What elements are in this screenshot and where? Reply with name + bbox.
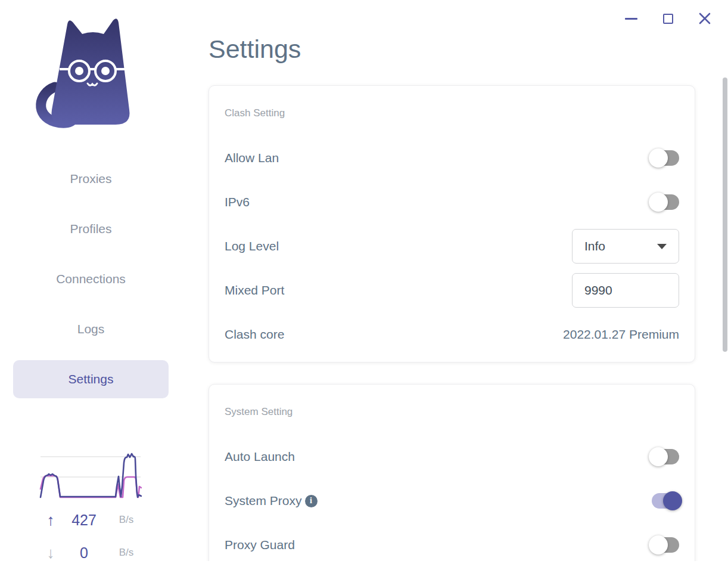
page-title: Settings (209, 35, 301, 64)
close-icon[interactable] (698, 11, 711, 26)
proxy-guard-toggle[interactable] (652, 537, 679, 553)
system-proxy-row: System Proxy (225, 479, 679, 523)
system-proxy-toggle[interactable] (652, 493, 679, 509)
allow-lan-toggle[interactable] (652, 150, 679, 166)
section-label: System Setting (225, 406, 679, 420)
app-window: Proxies Profiles Connections Logs Settin… (0, 0, 728, 570)
sidebar-item-label: Connections (56, 272, 126, 286)
download-speed-value: 0 (61, 543, 107, 563)
proxy-guard-row: Proxy Guard (225, 523, 679, 567)
minimize-icon[interactable] (624, 11, 637, 26)
upload-speed-row: ↑ 427 B/s (41, 510, 166, 530)
auto-launch-row: Auto Launch (225, 435, 679, 479)
toggle-knob (649, 447, 668, 466)
sidebar-item-label: Proxies (70, 172, 111, 186)
section-label: Clash Setting (225, 107, 679, 122)
mixed-port-label: Mixed Port (225, 283, 284, 298)
upload-line (41, 454, 141, 497)
toggle-knob (663, 491, 682, 510)
system-proxy-label: System Proxy (225, 494, 318, 508)
maximize-icon[interactable] (661, 11, 674, 26)
sidebar-item-label: Logs (77, 322, 105, 336)
toggle-knob (649, 148, 668, 168)
ipv6-row: IPv6 (225, 180, 679, 224)
window-controls (624, 11, 711, 26)
sidebar-item-label: Profiles (70, 222, 111, 236)
sidebar-item-label: Settings (69, 372, 114, 386)
download-speed-row: ↓ 0 B/s (41, 543, 166, 563)
traffic-graph (39, 450, 142, 500)
mixed-port-input[interactable] (572, 273, 679, 308)
bottom-mask (0, 561, 728, 570)
clash-core-label: Clash core (225, 327, 284, 342)
sidebar-item-logs[interactable]: Logs (13, 310, 169, 348)
clash-cat-logo (35, 16, 147, 132)
sidebar-item-settings[interactable]: Settings (13, 360, 169, 398)
sidebar-item-profiles[interactable]: Profiles (13, 210, 169, 248)
clash-core-row: Clash core 2022.01.27 Premium (225, 312, 679, 357)
log-level-selected-value: Info (584, 239, 605, 253)
log-level-select[interactable]: Info (572, 229, 679, 264)
allow-lan-row: Allow Lan (225, 136, 679, 180)
scrollbar-thumb[interactable] (723, 78, 727, 352)
toggle-knob (649, 193, 668, 212)
upload-speed-value: 427 (61, 510, 107, 530)
download-speed-unit: B/s (107, 543, 145, 563)
allow-lan-label: Allow Lan (225, 151, 279, 165)
download-line (41, 476, 141, 497)
system-proxy-label-text: System Proxy (225, 494, 302, 508)
system-setting-card: System Setting Auto Launch System Proxy … (209, 384, 695, 570)
mixed-port-row: Mixed Port (225, 268, 679, 312)
ipv6-label: IPv6 (225, 195, 250, 209)
sidebar-item-connections[interactable]: Connections (13, 260, 169, 298)
up-arrow-icon: ↑ (41, 510, 61, 530)
auto-launch-toggle[interactable] (652, 449, 679, 464)
down-arrow-icon: ↓ (41, 543, 61, 563)
sidebar-item-proxies[interactable]: Proxies (13, 160, 169, 198)
ipv6-toggle[interactable] (652, 194, 679, 210)
chevron-down-icon (657, 244, 667, 249)
auto-launch-label: Auto Launch (225, 450, 295, 464)
sidebar: Proxies Profiles Connections Logs Settin… (0, 0, 203, 570)
clash-core-version: 2022.01.27 Premium (563, 327, 679, 342)
sidebar-nav: Proxies Profiles Connections Logs Settin… (13, 160, 169, 410)
info-icon[interactable] (305, 495, 318, 507)
log-level-label: Log Level (225, 239, 279, 253)
clash-setting-card: Clash Setting Allow Lan IPv6 Log Level I… (209, 85, 695, 363)
upload-speed-unit: B/s (107, 510, 145, 530)
toggle-knob (649, 535, 668, 554)
proxy-guard-label: Proxy Guard (225, 538, 295, 552)
log-level-row: Log Level Info (225, 224, 679, 268)
